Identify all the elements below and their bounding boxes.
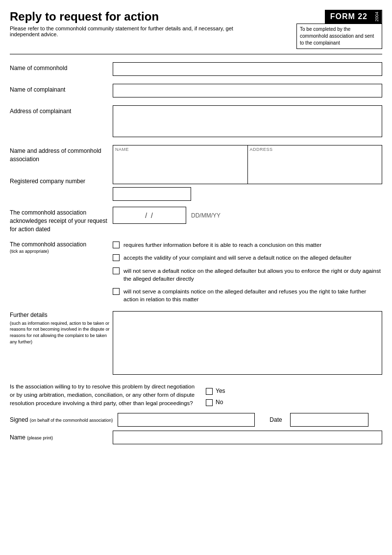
signed-input[interactable] [118, 413, 255, 427]
checkbox-row-3: will not serve a default notice on the a… [113, 267, 382, 283]
header-section: Reply to request for action Please refer… [10, 10, 382, 49]
address-of-complainant-row: Address of complainant [10, 105, 382, 137]
checkbox-4[interactable] [113, 288, 120, 295]
name-address-inputs-col: NAME ADDRESS [113, 145, 382, 201]
date-label: Date [270, 416, 282, 423]
resolution-question-text: Is the association willing to try to res… [10, 383, 196, 408]
name-of-complainant-label: Name of complainant [10, 84, 113, 94]
form-badge: FORM 22 2004 [325, 10, 382, 24]
name-of-complainant-row: Name of complainant [10, 84, 382, 97]
checkbox-row-4: will not serve a complaints notice on th… [113, 288, 382, 303]
name-print-sub-label: (please print) [27, 435, 53, 440]
form-year: 2004 [372, 10, 382, 23]
name-address-labels-col: Name and address of commonhold associati… [10, 145, 113, 185]
subtitle-text: Please refer to the commonhold community… [10, 25, 255, 37]
further-details-input[interactable] [113, 311, 382, 375]
checkbox-row-1: requires further information before it i… [113, 241, 382, 249]
further-details-row: Further details (such as information req… [10, 311, 382, 375]
resolution-no-checkbox[interactable] [206, 399, 213, 406]
name-address-boxes: NAME ADDRESS [113, 145, 382, 184]
page-title: Reply to request for action [10, 10, 294, 24]
date-signed-input[interactable] [290, 413, 368, 427]
checkboxes-section-row: The commonhold association (tick as appr… [10, 241, 382, 303]
association-label-block: The commonhold association (tick as appr… [10, 241, 113, 254]
signed-main-label: Signed [10, 416, 28, 423]
checkbox-section: requires further information before it i… [113, 241, 382, 303]
registered-company-label: Registered company number [10, 177, 113, 186]
resolution-yes-checkbox[interactable] [206, 388, 213, 395]
resolution-no-row: No [206, 399, 225, 406]
checkbox-3-text: will not serve a default notice on the a… [123, 267, 382, 283]
further-details-main-label: Further details [10, 312, 48, 318]
form-badge-wrapper: FORM 22 2004 To be completed by the comm… [294, 10, 382, 49]
date-input-box[interactable]: / / [113, 207, 186, 224]
resolution-no-label: No [216, 399, 223, 406]
name-of-complainant-input[interactable] [113, 84, 382, 97]
name-of-commonhold-row: Name of commonhold [10, 62, 382, 76]
name-box-label: NAME [115, 147, 129, 152]
resolution-checkboxes: Yes No [206, 383, 225, 406]
name-print-row: Name (please print) [10, 431, 382, 444]
signed-sub-label: (on behalf of the commonhold association… [30, 418, 113, 423]
association-address-box[interactable]: ADDRESS [248, 145, 383, 184]
signed-row: Signed (on behalf of the commonhold asso… [10, 413, 382, 427]
checkbox-2-text: accepts the validity of your complaint a… [123, 254, 382, 262]
date-separator-text: / / [145, 212, 154, 219]
resolution-yes-row: Yes [206, 387, 225, 395]
date-hint-text: DD/MM/YY [191, 212, 220, 219]
header-divider [10, 54, 382, 54]
signed-label-block: Signed (on behalf of the commonhold asso… [10, 416, 113, 423]
resolution-section: Is the association willing to try to res… [10, 383, 382, 408]
form-number: FORM 22 [325, 10, 372, 23]
further-details-sub-label: (such as information required, action to… [10, 320, 113, 345]
checkbox-1[interactable] [113, 241, 120, 248]
form-note: To be completed by the commonhold associ… [296, 24, 382, 49]
checkbox-1-text: requires further information before it i… [123, 241, 382, 249]
name-address-association-label: Name and address of commonhold associati… [10, 145, 113, 164]
name-print-label-block: Name (please print) [10, 434, 108, 441]
address-of-complainant-label: Address of complainant [10, 105, 113, 116]
name-print-main-label: Name [10, 434, 25, 441]
name-of-commonhold-input[interactable] [113, 62, 382, 76]
checkbox-3[interactable] [113, 267, 120, 274]
date-acknowledges-row: The commonhold association acknowledges … [10, 207, 382, 233]
title-section: Reply to request for action Please refer… [10, 10, 294, 37]
checkbox-4-text: will not serve a complaints notice on th… [123, 288, 382, 303]
resolution-yes-label: Yes [216, 387, 225, 394]
association-sub-label: (tick as appropriate) [10, 249, 113, 254]
date-acknowledges-label: The commonhold association acknowledges … [10, 207, 113, 233]
further-details-label-block: Further details (such as information req… [10, 311, 113, 345]
checkbox-row-2: accepts the validity of your complaint a… [113, 254, 382, 262]
name-of-commonhold-label: Name of commonhold [10, 62, 113, 72]
checkbox-2[interactable] [113, 254, 120, 261]
address-of-complainant-input[interactable] [113, 105, 382, 137]
association-name-box[interactable]: NAME [113, 145, 248, 184]
registered-company-input[interactable] [113, 187, 191, 201]
date-field-wrapper: / / DD/MM/YY [113, 207, 220, 224]
address-box-label: ADDRESS [250, 147, 273, 152]
name-print-input[interactable] [113, 431, 382, 444]
reg-number-row [113, 187, 382, 201]
name-address-association-row: Name and address of commonhold associati… [10, 145, 382, 201]
association-main-label: The commonhold association [10, 241, 86, 248]
